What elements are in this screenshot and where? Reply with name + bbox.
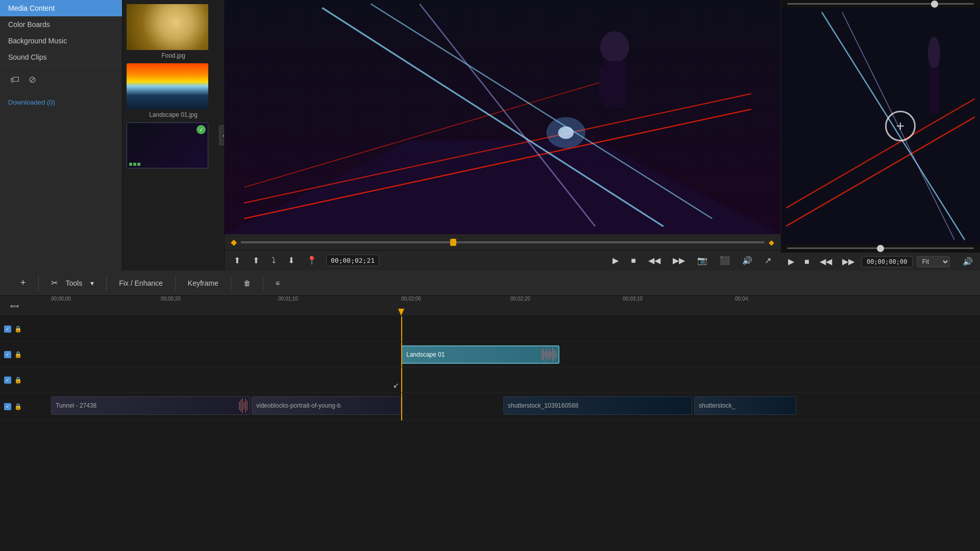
playhead-start-marker: ◆ [231, 237, 237, 247]
landscape-waveform [542, 346, 558, 363]
row-landscape-checkbox[interactable]: ✓ [4, 351, 11, 358]
right-stop-button[interactable]: ■ [801, 255, 813, 268]
insert-button[interactable]: ⤵ [268, 254, 279, 267]
sidebar-item-background-music[interactable]: Background Music [0, 33, 122, 49]
right-volume-button[interactable]: 🔊 [960, 255, 976, 268]
marker-button[interactable]: 📍 [304, 254, 320, 267]
row-1-lock[interactable]: 🔒 [14, 325, 22, 333]
toolbar-group-add: + [8, 274, 39, 291]
shutterstock2-clip[interactable]: shutterstock_ [694, 396, 796, 415]
toolbar-group-fix: Fix / Enhance [107, 276, 176, 290]
media-item-video-clip[interactable]: ✓ [127, 122, 220, 168]
timecode-6: 00;04; [735, 296, 749, 302]
playhead-end-marker: ◆ [769, 238, 774, 246]
svg-rect-11 [615, 66, 626, 97]
landscape-clip[interactable]: Landscape 01 [401, 345, 559, 364]
media-grid: Food.jpg Landscape 01.jpg ✓ ◀ [122, 0, 225, 270]
main-preview: ◆ ◆ ⬆ ⬆ ⤵ ⬇ 📍 00;00;02;21 ▶ ■ ◀◀ ▶▶ 📷 ⬛ … [225, 0, 781, 270]
preview-controls: ⬆ ⬆ ⤵ ⬇ 📍 00;00;02;21 ▶ ■ ◀◀ ▶▶ 📷 ⬛ 🔊 ↗ [225, 250, 780, 270]
keyframe-button[interactable]: Keyframe [184, 276, 223, 290]
snapshot-button[interactable]: 📷 [694, 254, 710, 267]
sidebar-item-media-content[interactable]: Media Content [0, 0, 122, 16]
sidebar: Media Content Color Boards Background Mu… [0, 0, 122, 270]
sidebar-item-sound-clips[interactable]: Sound Clips [0, 49, 122, 65]
filter-icon[interactable]: ⊘ [27, 72, 38, 87]
shutterstock1-clip[interactable]: shutterstock_1039160588 [503, 396, 692, 415]
toolbar-group-list: ≡ [263, 276, 292, 290]
trim-end-button[interactable]: ⬆ [250, 254, 262, 267]
tools-label: Tools [66, 279, 83, 287]
collapse-panel-button[interactable]: ◀ [219, 125, 225, 145]
stop-button[interactable]: ■ [628, 254, 639, 267]
timeline-thumb[interactable] [450, 239, 456, 246]
tools-dropdown-button[interactable]: ▾ [86, 276, 98, 290]
row-3-checkbox[interactable]: ✓ [4, 377, 11, 384]
right-timecode: 00;00;00;00 [862, 256, 913, 267]
overwrite-button[interactable]: ⬇ [285, 254, 298, 267]
right-slider-bottom[interactable] [787, 247, 974, 249]
row-3-lock[interactable]: 🔒 [14, 377, 22, 384]
row-1-content [51, 316, 980, 341]
preview-progress-bar[interactable]: ◆ ◆ [225, 234, 780, 250]
timecode-1: 00;00;20 [161, 296, 181, 302]
sidebar-icons: 🏷 ⊘ [0, 65, 122, 93]
media-item-food[interactable]: Food.jpg [127, 4, 220, 59]
right-top-slider[interactable] [781, 0, 980, 8]
landscape-thumbnail [127, 63, 208, 109]
toolbar-group-keyframe: Keyframe [176, 276, 231, 290]
right-play-button[interactable]: ▶ [785, 255, 797, 268]
row-3-content: ↙ [51, 367, 980, 392]
row-landscape-playhead [401, 342, 402, 367]
tag-icon[interactable]: 🏷 [8, 72, 21, 87]
svg-point-13 [558, 127, 574, 139]
play-button[interactable]: ▶ [609, 254, 622, 267]
right-preview-controls: ▶ ■ ◀◀ ▶▶ 00;00;00;00 Fit 25% 50% 100% 🔊 [781, 252, 980, 270]
volume-button[interactable]: 🔊 [739, 254, 755, 267]
row-1-playhead-line [401, 316, 402, 341]
right-bottom-slider[interactable] [781, 244, 980, 252]
subtitle-button[interactable]: ⬛ [717, 254, 733, 267]
add-track-button[interactable]: + [16, 274, 30, 291]
row-3-controls: ✓ 🔒 [0, 377, 51, 384]
timeline-fit-button[interactable]: ⟺ [6, 299, 23, 313]
svg-point-8 [600, 31, 629, 62]
svg-rect-10 [599, 66, 611, 97]
fast-forward-button[interactable]: ▶▶ [670, 254, 688, 267]
row-1-checkbox[interactable]: ✓ [4, 325, 11, 333]
timeline-rows: ✓ 🔒 ✓ 🔒 Landscape 01 [0, 316, 980, 551]
right-rewind-button[interactable]: ◀◀ [817, 255, 835, 268]
playhead-arrow [398, 309, 404, 316]
list-button[interactable]: ≡ [272, 276, 284, 290]
timeline-row-1: ✓ 🔒 [0, 316, 980, 342]
right-fast-forward-button[interactable]: ▶▶ [839, 255, 857, 268]
toolbar-group-delete: 🗑 [231, 276, 263, 290]
toolbar-group-tools: ✂ Tools ▾ [39, 275, 107, 291]
delete-button[interactable]: 🗑 [239, 276, 255, 290]
fix-enhance-button[interactable]: Fix / Enhance [115, 276, 167, 290]
laser-svg [225, 0, 780, 234]
timeline: ⟺ 00;00;00 00;00;20 00;01;10 00;02;00 00… [0, 296, 980, 551]
sidebar-item-color-boards[interactable]: Color Boards [0, 16, 122, 33]
timeline-row-3: ✓ 🔒 ↙ [0, 367, 980, 393]
add-to-timeline-button[interactable]: + [885, 111, 916, 141]
timeline-row-landscape: ✓ 🔒 Landscape 01 [0, 342, 980, 367]
timeline-scale[interactable]: 00;00;00 00;00;20 00;01;10 00;02;00 00;0… [51, 296, 980, 316]
row-video-controls: ✓ 🔒 [0, 403, 51, 410]
row-video-playhead [401, 393, 402, 420]
right-slider-top[interactable] [787, 3, 974, 5]
timecode-5: 00;03;10 [623, 296, 643, 302]
media-item-landscape[interactable]: Landscape 01.jpg [127, 63, 220, 118]
fit-dropdown[interactable]: Fit 25% 50% 100% [917, 256, 950, 267]
videoblocks-clip[interactable]: videoblocks-portrait-of-young-b [252, 396, 401, 415]
row-video-lock[interactable]: 🔒 [14, 403, 22, 410]
right-laser-svg [781, 8, 980, 244]
scissors-button[interactable]: ✂ [47, 275, 62, 291]
row-landscape-lock[interactable]: 🔒 [14, 351, 22, 358]
export-button[interactable]: ↗ [762, 254, 774, 267]
svg-rect-20 [929, 68, 939, 113]
timecode-4: 00;02;20 [510, 296, 530, 302]
rewind-button[interactable]: ◀◀ [645, 254, 664, 267]
trim-start-button[interactable]: ⬆ [231, 254, 243, 267]
tunnel-clip[interactable]: Tunnel - 27438 [51, 396, 250, 415]
row-video-checkbox[interactable]: ✓ [4, 403, 11, 410]
